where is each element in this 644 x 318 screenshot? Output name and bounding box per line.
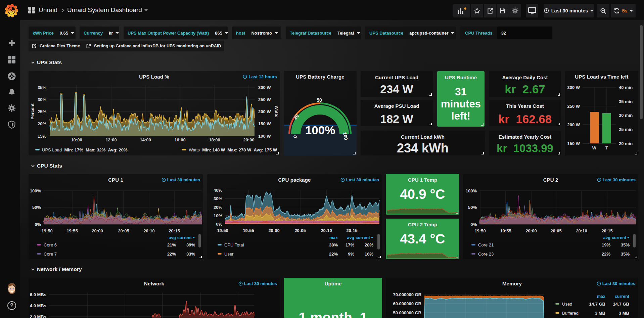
svg-text:20%: 20% bbox=[38, 121, 46, 126]
svg-text:16:00: 16:00 bbox=[174, 137, 185, 142]
svg-text:25 min: 25 min bbox=[619, 127, 633, 132]
svg-text:50: 50 bbox=[317, 97, 322, 103]
svg-text:19:55: 19:55 bbox=[500, 228, 511, 233]
svg-text:50%: 50% bbox=[468, 205, 477, 210]
svg-text:100 W: 100 W bbox=[258, 134, 271, 139]
svg-text:300 W: 300 W bbox=[567, 85, 580, 90]
svg-text:19:50: 19:50 bbox=[41, 228, 52, 233]
svg-text:12:00: 12:00 bbox=[105, 137, 117, 142]
svg-text:20:15: 20:15 bbox=[169, 228, 180, 233]
svg-text:19:50: 19:50 bbox=[217, 228, 228, 233]
svg-text:30 min: 30 min bbox=[619, 113, 633, 118]
svg-text:35%: 35% bbox=[38, 85, 46, 90]
svg-text:20:00: 20:00 bbox=[243, 137, 254, 142]
svg-text:20:05: 20:05 bbox=[118, 228, 129, 233]
svg-text:6.0 MBs: 6.0 MBs bbox=[30, 292, 46, 297]
svg-text:2.0 MBs: 2.0 MBs bbox=[30, 314, 46, 318]
svg-text:T: T bbox=[605, 145, 608, 150]
svg-text:14:00: 14:00 bbox=[140, 137, 151, 142]
svg-text:150 W: 150 W bbox=[258, 121, 271, 126]
svg-text:50%: 50% bbox=[32, 205, 41, 210]
svg-text:25%: 25% bbox=[38, 109, 46, 114]
svg-text:20:10: 20:10 bbox=[321, 228, 332, 233]
svg-text:20 min: 20 min bbox=[619, 141, 633, 146]
svg-text:Percent: Percent bbox=[30, 103, 35, 119]
svg-text:18:00: 18:00 bbox=[209, 137, 220, 142]
svg-text:150 W: 150 W bbox=[567, 141, 580, 146]
svg-text:250 W: 250 W bbox=[258, 97, 271, 102]
svg-text:10%: 10% bbox=[214, 213, 222, 218]
svg-text:70.000000 GB: 70.000000 GB bbox=[393, 292, 421, 297]
svg-text:Watts: Watts bbox=[274, 106, 279, 118]
svg-text:20:00: 20:00 bbox=[268, 228, 279, 233]
svg-text:20:05: 20:05 bbox=[550, 228, 561, 233]
svg-text:20:00: 20:00 bbox=[92, 228, 103, 233]
svg-text:0%: 0% bbox=[216, 222, 222, 227]
svg-text:20:05: 20:05 bbox=[294, 228, 306, 233]
svg-text:20:10: 20:10 bbox=[576, 228, 587, 233]
svg-text:200 W: 200 W bbox=[567, 122, 580, 127]
svg-text:20:10: 20:10 bbox=[143, 228, 154, 233]
svg-text:0%: 0% bbox=[35, 222, 41, 227]
svg-text:35 min: 35 min bbox=[619, 99, 633, 104]
svg-text:40%: 40% bbox=[214, 188, 222, 193]
svg-text:30%: 30% bbox=[214, 196, 222, 201]
svg-text:250 W: 250 W bbox=[567, 104, 580, 109]
svg-text:20:15: 20:15 bbox=[346, 228, 357, 233]
svg-text:19:50: 19:50 bbox=[474, 228, 486, 233]
svg-text:30%: 30% bbox=[38, 97, 46, 102]
svg-text:50.000000 GB: 50.000000 GB bbox=[393, 310, 421, 315]
svg-text:W: W bbox=[592, 145, 597, 150]
svg-text:100%: 100% bbox=[30, 188, 41, 193]
svg-text:19:55: 19:55 bbox=[66, 228, 78, 233]
svg-text:20:00: 20:00 bbox=[525, 228, 537, 233]
svg-text:15%: 15% bbox=[38, 134, 46, 139]
svg-text:0%: 0% bbox=[470, 222, 477, 227]
svg-text:19:55: 19:55 bbox=[243, 228, 254, 233]
svg-text:20%: 20% bbox=[214, 205, 222, 210]
svg-text:100%: 100% bbox=[466, 188, 477, 193]
svg-text:20:15: 20:15 bbox=[601, 228, 612, 233]
svg-text:60.000000 GB: 60.000000 GB bbox=[393, 301, 421, 306]
svg-text:40 min: 40 min bbox=[619, 85, 633, 90]
svg-text:4.0 MBs: 4.0 MBs bbox=[30, 303, 46, 308]
svg-text:10:00: 10:00 bbox=[71, 137, 82, 142]
svg-text:300 W: 300 W bbox=[258, 85, 271, 90]
svg-text:200 W: 200 W bbox=[258, 109, 271, 114]
